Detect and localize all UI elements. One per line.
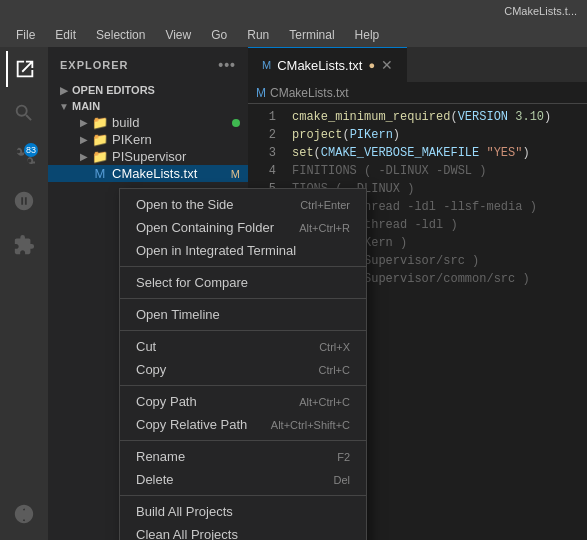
tree-item-pisupervisor[interactable]: ▶ 📁 PISupervisor — [48, 148, 248, 165]
menu-help[interactable]: Help — [347, 26, 388, 44]
ctx-cut-label: Cut — [136, 339, 156, 354]
search-icon[interactable] — [6, 95, 42, 131]
ctx-copy-path[interactable]: Copy Path Alt+Ctrl+C — [120, 390, 366, 413]
modified-badge: M — [231, 168, 240, 180]
source-control-badge: 83 — [24, 143, 38, 157]
tab-cmakelists[interactable]: M CMakeLists.txt ● ✕ — [248, 47, 407, 82]
tree-label-build: build — [112, 115, 139, 130]
source-control-icon[interactable]: 83 — [6, 139, 42, 175]
ctx-copy-shortcut: Ctrl+C — [319, 364, 350, 376]
ctx-copy[interactable]: Copy Ctrl+C — [120, 358, 366, 381]
debug-icon[interactable] — [6, 183, 42, 219]
ctx-divider-6 — [120, 495, 366, 496]
menu-view[interactable]: View — [157, 26, 199, 44]
ctx-open-integrated-terminal-label: Open in Integrated Terminal — [136, 243, 296, 258]
ctx-copy-relative-path-label: Copy Relative Path — [136, 417, 247, 432]
main-section: ▼ MAIN ▶ 📁 build ▶ 📁 PIKern ▶ 📁 PISuperv… — [48, 98, 248, 182]
activity-bar: 83 — [0, 47, 48, 540]
menu-selection[interactable]: Selection — [88, 26, 153, 44]
ctx-divider-1 — [120, 266, 366, 267]
ctx-delete[interactable]: Delete Del — [120, 468, 366, 491]
ctx-build-all[interactable]: Build All Projects — [120, 500, 366, 523]
tree-item-build[interactable]: ▶ 📁 build — [48, 114, 248, 131]
ctx-open-containing-folder-label: Open Containing Folder — [136, 220, 274, 235]
ctx-copy-path-label: Copy Path — [136, 394, 197, 409]
sidebar-title: Explorer — [60, 59, 129, 71]
tab-modified: ● — [368, 59, 375, 71]
breadcrumb-text: CMakeLists.txt — [270, 86, 349, 100]
ctx-divider-3 — [120, 330, 366, 331]
extensions-icon[interactable] — [6, 227, 42, 263]
main-chevron: ▼ — [56, 101, 72, 112]
tree-item-cmakelists[interactable]: ▶ M CMakeLists.txt M — [48, 165, 248, 182]
folder-icon-pikern: 📁 — [92, 132, 108, 147]
open-editors-chevron: ▶ — [56, 85, 72, 96]
sidebar-header: Explorer ••• — [48, 47, 248, 82]
explorer-icon[interactable] — [6, 51, 42, 87]
tree-label-pikern: PIKern — [112, 132, 152, 147]
context-menu: Open to the Side Ctrl+Enter Open Contain… — [119, 188, 367, 540]
tree-label-pisupervisor: PISupervisor — [112, 149, 186, 164]
tab-label: CMakeLists.txt — [277, 58, 362, 73]
sidebar-more-button[interactable]: ••• — [218, 57, 236, 73]
menu-file[interactable]: File — [8, 26, 43, 44]
ctx-open-to-side[interactable]: Open to the Side Ctrl+Enter — [120, 193, 366, 216]
ctx-cut-shortcut: Ctrl+X — [319, 341, 350, 353]
ctx-copy-path-shortcut: Alt+Ctrl+C — [299, 396, 350, 408]
ctx-copy-relative-path[interactable]: Copy Relative Path Alt+Ctrl+Shift+C — [120, 413, 366, 436]
ctx-rename-shortcut: F2 — [337, 451, 350, 463]
ctx-select-for-compare[interactable]: Select for Compare — [120, 271, 366, 294]
tree-label-cmakelists: CMakeLists.txt — [112, 166, 197, 181]
tree-item-pikern[interactable]: ▶ 📁 PIKern — [48, 131, 248, 148]
ctx-select-for-compare-label: Select for Compare — [136, 275, 248, 290]
ctx-divider-5 — [120, 440, 366, 441]
tabs-bar: M CMakeLists.txt ● ✕ — [248, 47, 587, 82]
ctx-open-to-side-label: Open to the Side — [136, 197, 234, 212]
open-editors-header[interactable]: ▶ OPEN EDITORS — [48, 82, 248, 98]
main-label: MAIN — [72, 100, 100, 112]
ctx-rename-label: Rename — [136, 449, 185, 464]
pikern-chevron: ▶ — [76, 134, 92, 145]
ctx-open-containing-folder[interactable]: Open Containing Folder Alt+Ctrl+R — [120, 216, 366, 239]
ctx-clean-all[interactable]: Clean All Projects — [120, 523, 366, 540]
menu-terminal[interactable]: Terminal — [281, 26, 342, 44]
ctx-open-timeline-label: Open Timeline — [136, 307, 220, 322]
ctx-delete-label: Delete — [136, 472, 174, 487]
breadcrumb-bar: M CMakeLists.txt — [248, 82, 587, 104]
ctx-delete-shortcut: Del — [333, 474, 350, 486]
build-chevron: ▶ — [76, 117, 92, 128]
open-editors-section: ▶ OPEN EDITORS — [48, 82, 248, 98]
ctx-build-all-label: Build All Projects — [136, 504, 233, 519]
ctx-rename[interactable]: Rename F2 — [120, 445, 366, 468]
folder-icon-pisupervisor: 📁 — [92, 149, 108, 164]
file-icon-cmakelists: M — [92, 166, 108, 181]
title-bar: CMakeLists.t... — [0, 0, 587, 22]
ctx-clean-all-label: Clean All Projects — [136, 527, 238, 540]
menu-bar: File Edit Selection View Go Run Terminal… — [0, 22, 587, 47]
ctx-copy-relative-path-shortcut: Alt+Ctrl+Shift+C — [271, 419, 350, 431]
open-editors-label: OPEN EDITORS — [72, 84, 155, 96]
ctx-copy-label: Copy — [136, 362, 166, 377]
ctx-open-containing-folder-shortcut: Alt+Ctrl+R — [299, 222, 350, 234]
ctx-open-to-side-shortcut: Ctrl+Enter — [300, 199, 350, 211]
ctx-cut[interactable]: Cut Ctrl+X — [120, 335, 366, 358]
ctx-divider-4 — [120, 385, 366, 386]
tab-icon: M — [262, 59, 271, 71]
remote-icon[interactable] — [6, 496, 42, 532]
build-dot — [232, 119, 240, 127]
menu-edit[interactable]: Edit — [47, 26, 84, 44]
folder-icon: 📁 — [92, 115, 108, 130]
ctx-open-timeline[interactable]: Open Timeline — [120, 303, 366, 326]
pisupervisor-chevron: ▶ — [76, 151, 92, 162]
breadcrumb-icon: M — [256, 86, 266, 100]
ctx-divider-2 — [120, 298, 366, 299]
tab-close-button[interactable]: ✕ — [381, 57, 393, 73]
menu-go[interactable]: Go — [203, 26, 235, 44]
title-text: CMakeLists.t... — [504, 5, 577, 17]
ctx-open-integrated-terminal[interactable]: Open in Integrated Terminal — [120, 239, 366, 262]
main-section-header[interactable]: ▼ MAIN — [48, 98, 248, 114]
menu-run[interactable]: Run — [239, 26, 277, 44]
